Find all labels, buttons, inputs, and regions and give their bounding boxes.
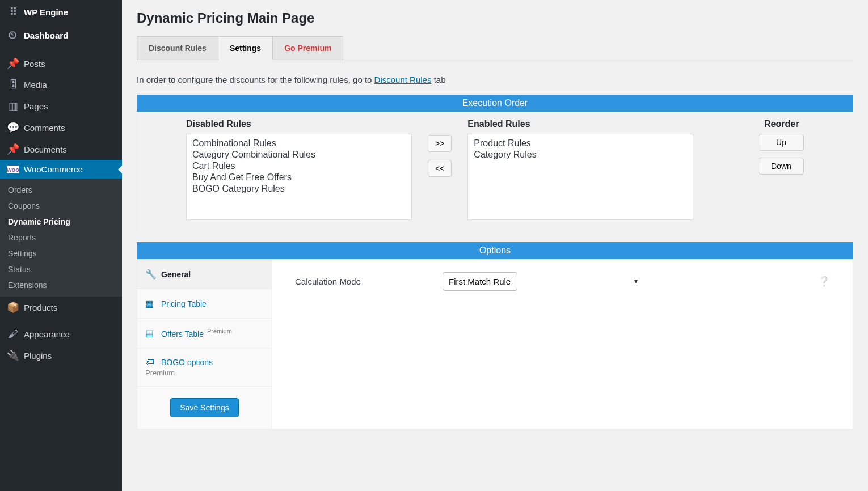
list-item[interactable]: BOGO Category Rules <box>191 183 407 194</box>
page-title: Dynamic Pricing Main Page <box>137 10 853 26</box>
execution-order-header: Execution Order <box>137 95 853 112</box>
sidebar-item-dashboard[interactable]: ⏲Dashboard <box>0 24 122 47</box>
comment-icon: 💬 <box>7 121 19 134</box>
sub-coupons[interactable]: Coupons <box>0 198 122 214</box>
save-settings-button[interactable]: Save Settings <box>170 398 238 417</box>
list-item[interactable]: Category Rules <box>473 149 688 160</box>
sidebar-label: Products <box>24 303 57 312</box>
intro-prefix: In order to configure the discounts for … <box>137 75 374 84</box>
disabled-rules-heading: Disabled Rules <box>186 119 412 129</box>
media-icon: 🎛 <box>7 79 19 91</box>
sidebar-label: Appearance <box>24 329 70 339</box>
sidebar-label: Plugins <box>24 351 52 361</box>
sidebar-item-pages[interactable]: ▥Pages <box>0 95 122 117</box>
pin-icon: 📌 <box>7 57 19 70</box>
sidebar-item-plugins[interactable]: 🔌Plugins <box>0 345 122 366</box>
sidebar-item-documents[interactable]: 📌Documents <box>0 138 122 160</box>
options-sidebar: 🔧General ▦Pricing Table ▤Offers Table Pr… <box>137 260 272 429</box>
options-nav-label: Pricing Table <box>161 299 207 308</box>
calculation-mode-row: Calculation Mode First Match Rule ❔ <box>295 272 830 291</box>
save-row: Save Settings <box>137 387 272 429</box>
box-icon: 📦 <box>7 301 19 314</box>
intro-suffix: tab <box>431 75 445 84</box>
pages-icon: ▥ <box>7 100 19 112</box>
disabled-rules-column: Disabled Rules Combinational RulesCatego… <box>186 119 412 220</box>
list-item[interactable]: Product Rules <box>473 138 688 149</box>
gauge-icon: ⏲ <box>7 29 19 41</box>
sidebar-label: Media <box>24 80 47 90</box>
premium-subtext: Premium <box>145 369 264 377</box>
enabled-rules-heading: Enabled Rules <box>467 119 693 129</box>
sub-status[interactable]: Status <box>0 261 122 277</box>
sub-settings[interactable]: Settings <box>0 246 122 261</box>
options-header: Options <box>137 242 853 259</box>
sub-dynamic-pricing[interactable]: Dynamic Pricing <box>0 214 122 230</box>
discount-rules-link[interactable]: Discount Rules <box>374 75 432 84</box>
pin-icon: 📌 <box>7 143 19 155</box>
sub-reports[interactable]: Reports <box>0 230 122 246</box>
premium-badge: Premium <box>207 328 232 335</box>
wrench-icon: 🔧 <box>145 269 155 280</box>
reorder-down-button[interactable]: Down <box>759 158 804 175</box>
sidebar-label: Dashboard <box>24 31 68 40</box>
options-nav-bogo[interactable]: 🏷BOGO optionsPremium <box>137 348 272 387</box>
options-nav-label: General <box>161 270 191 279</box>
calculation-mode-select[interactable]: First Match Rule <box>443 272 517 291</box>
sidebar-item-woocommerce[interactable]: wooWooCommerce <box>0 160 122 179</box>
sidebar-item-wpengine[interactable]: ⠿WP Engine <box>0 0 122 24</box>
tab-go-premium[interactable]: Go Premium <box>273 36 343 60</box>
tab-settings[interactable]: Settings <box>218 36 273 60</box>
woo-submenu: Orders Coupons Dynamic Pricing Reports S… <box>0 179 122 297</box>
reorder-heading: Reorder <box>764 119 804 129</box>
options-nav-pricing-table[interactable]: ▦Pricing Table <box>137 289 272 319</box>
sidebar-label: WooCommerce <box>24 164 83 174</box>
options-nav-general[interactable]: 🔧General <box>137 260 272 289</box>
reorder-column: Reorder Up Down <box>759 119 804 175</box>
sidebar-item-comments[interactable]: 💬Comments <box>0 117 122 138</box>
sidebar-item-appearance[interactable]: 🖌Appearance <box>0 324 122 345</box>
options-body: Calculation Mode First Match Rule ❔ <box>272 260 853 429</box>
calculation-mode-select-wrap: First Match Rule <box>443 272 643 291</box>
options-nav-offers-table[interactable]: ▤Offers Table Premium <box>137 319 272 348</box>
calculation-mode-label: Calculation Mode <box>295 277 443 286</box>
intro-text: In order to configure the discounts for … <box>137 75 853 84</box>
mover-buttons: >> << <box>412 135 467 177</box>
sidebar-label: Documents <box>24 145 67 154</box>
help-icon[interactable]: ❔ <box>818 276 830 287</box>
options-nav-label: Offers Table Premium <box>161 328 232 338</box>
execution-order-panel: Disabled Rules Combinational RulesCatego… <box>137 112 853 232</box>
nav-tabs: Discount Rules Settings Go Premium <box>137 36 853 60</box>
enabled-rules-column: Enabled Rules Product RulesCategory Rule… <box>467 119 693 220</box>
sidebar-item-media[interactable]: 🎛Media <box>0 74 122 95</box>
list-item[interactable]: Buy And Get Free Offers <box>191 172 407 183</box>
sidebar-label: Posts <box>24 59 45 69</box>
disabled-rules-listbox[interactable]: Combinational RulesCategory Combinationa… <box>186 134 412 220</box>
enabled-rules-listbox[interactable]: Product RulesCategory Rules <box>467 134 693 220</box>
table-icon: ▦ <box>145 298 155 309</box>
sidebar-label: Pages <box>24 101 48 111</box>
brush-icon: 🖌 <box>7 328 19 340</box>
grid-icon: ⠿ <box>7 6 19 18</box>
main-content: Dynamic Pricing Main Page Discount Rules… <box>122 0 868 491</box>
sidebar-item-products[interactable]: 📦Products <box>0 297 122 318</box>
sidebar-label: Comments <box>24 123 65 133</box>
move-right-button[interactable]: >> <box>428 135 452 152</box>
sub-orders[interactable]: Orders <box>0 182 122 198</box>
sidebar-item-posts[interactable]: 📌Posts <box>0 53 122 74</box>
list-item[interactable]: Combinational Rules <box>191 138 407 149</box>
tag-icon: 🏷 <box>145 357 155 367</box>
woo-icon: woo <box>7 166 19 173</box>
admin-sidebar: ⠿WP Engine ⏲Dashboard 📌Posts 🎛Media ▥Pag… <box>0 0 122 491</box>
card-icon: ▤ <box>145 328 155 338</box>
sidebar-label: WP Engine <box>24 7 68 17</box>
reorder-up-button[interactable]: Up <box>759 134 804 151</box>
options-panel: 🔧General ▦Pricing Table ▤Offers Table Pr… <box>137 259 853 429</box>
sub-extensions[interactable]: Extensions <box>0 277 122 293</box>
list-item[interactable]: Cart Rules <box>191 160 407 172</box>
move-left-button[interactable]: << <box>428 160 452 177</box>
options-nav-label: BOGO options <box>161 358 213 367</box>
tab-discount-rules[interactable]: Discount Rules <box>137 36 218 60</box>
list-item[interactable]: Category Combinational Rules <box>191 149 407 160</box>
plug-icon: 🔌 <box>7 349 19 362</box>
